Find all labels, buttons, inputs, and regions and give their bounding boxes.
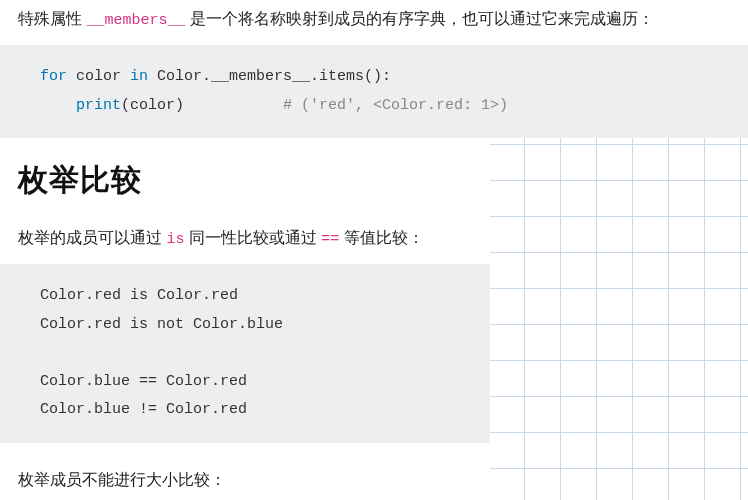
section-heading: 枚举比较 [0,138,490,219]
code1-print: print [76,97,121,114]
c2l4: Color.blue == Color.red [40,373,247,390]
c2l2: Color.red is not Color.blue [40,316,283,333]
is-keyword: is [166,231,184,248]
p2-part1: 枚举的成员可以通过 [18,229,166,246]
code1-var: color [67,68,130,85]
code1-rest2: (color) [121,97,283,114]
code1-comment: # ('red', <Color.red: 1>) [283,97,508,114]
p2-part3: 等值比较： [339,229,423,246]
intro-prefix: 特殊属性 [18,10,86,27]
c2l5: Color.blue != Color.red [40,401,247,418]
eq-keyword: == [321,231,339,248]
code1-rest: Color.__members__.items(): [148,68,391,85]
members-attr: __members__ [86,12,185,29]
para3: 枚举成员不能进行大小比较： [0,461,490,501]
code-block-1: for color in Color.__members__.items(): … [0,45,748,138]
code-block-2: Color.red is Color.red Color.red is not … [0,264,490,443]
intro-suffix: 是一个将名称映射到成员的有序字典，也可以通过它来完成遍历： [185,10,653,27]
kw-in: in [130,68,148,85]
spacer [0,443,490,461]
c2l1: Color.red is Color.red [40,287,238,304]
kw-for: for [40,68,67,85]
p2-part2: 同一性比较或通过 [184,229,321,246]
article-content: 特殊属性 __members__ 是一个将名称映射到成员的有序字典，也可以通过它… [0,0,748,500]
code1-indent [40,97,76,114]
compare-paragraph: 枚举的成员可以通过 is 同一性比较或通过 == 等值比较： [0,219,490,264]
intro-paragraph: 特殊属性 __members__ 是一个将名称映射到成员的有序字典，也可以通过它… [0,0,748,45]
